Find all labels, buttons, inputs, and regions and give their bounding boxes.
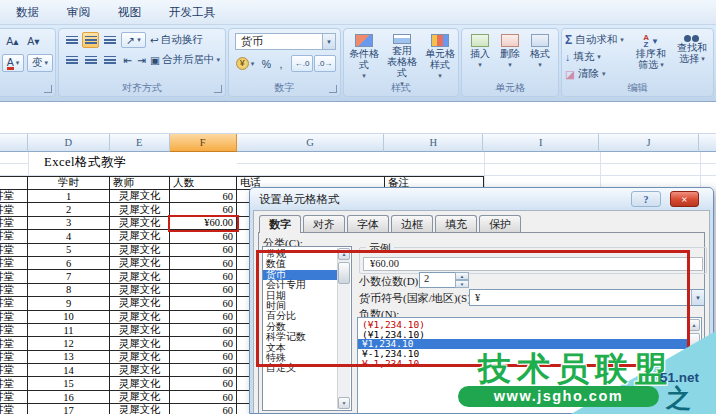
formula-bar[interactable] <box>0 102 716 134</box>
percent-style-button[interactable]: % <box>259 55 274 72</box>
teacher-cell[interactable]: 灵犀文化 <box>110 257 170 270</box>
teacher-cell[interactable]: 灵犀文化 <box>110 190 170 203</box>
teacher-cell[interactable]: 灵犀文化 <box>110 284 170 297</box>
hours-cell[interactable]: 16 <box>28 391 110 404</box>
ribbon-tab[interactable]: 开发工具 <box>163 3 221 22</box>
column-header[interactable]: E <box>110 134 170 152</box>
increase-decimal-button[interactable]: ←.0 <box>291 55 313 72</box>
header-cell[interactable]: 教师 <box>110 176 170 190</box>
hours-cell[interactable]: 7 <box>28 270 110 283</box>
merge-center-button[interactable]: ▣ 合并后居中 ▾ <box>149 52 225 68</box>
hall-cell[interactable]: 讲堂 <box>0 404 28 414</box>
teacher-cell[interactable]: 灵犀文化 <box>110 351 170 364</box>
ribbon-tab[interactable]: 数据 <box>10 3 45 22</box>
teacher-cell[interactable]: 灵犀文化 <box>110 391 170 404</box>
clear-button[interactable]: ◪ 清除 ▾ <box>565 67 605 81</box>
hours-cell[interactable]: 5 <box>28 244 110 257</box>
hours-cell[interactable]: 8 <box>28 284 110 297</box>
hall-cell[interactable]: 讲堂 <box>0 230 28 243</box>
dialog-tab[interactable]: 数字 <box>259 215 301 233</box>
dialog-tab[interactable]: 填充 <box>435 215 477 232</box>
hours-cell[interactable]: 17 <box>28 404 110 414</box>
header-cell[interactable]: 学时 <box>28 176 110 190</box>
accounting-format-button[interactable]: ¥ ▾ <box>233 55 257 72</box>
column-header[interactable]: H <box>384 134 483 152</box>
sheet-title-cell[interactable]: Excel格式教学 <box>44 154 127 171</box>
align-left-button[interactable] <box>63 52 80 68</box>
teacher-cell[interactable]: 灵犀文化 <box>110 217 170 230</box>
teacher-cell[interactable]: 灵犀文化 <box>110 297 170 310</box>
hours-cell[interactable]: 14 <box>28 364 110 377</box>
scroll-down-icon[interactable]: ▼ <box>338 397 350 409</box>
count-cell[interactable]: 60 <box>170 244 237 257</box>
column-header[interactable]: D <box>28 134 110 152</box>
teacher-cell[interactable]: 灵犀文化 <box>110 230 170 243</box>
hall-cell[interactable]: 讲堂 <box>0 351 28 364</box>
hours-cell[interactable]: 1 <box>28 190 110 203</box>
hours-cell[interactable]: 3 <box>28 217 110 230</box>
hall-cell[interactable]: 讲堂 <box>0 217 28 230</box>
count-cell[interactable]: 60 <box>170 404 237 414</box>
align-center-button[interactable] <box>82 52 99 68</box>
count-cell[interactable]: 60 <box>170 257 237 270</box>
hall-cell[interactable]: 讲堂 <box>0 284 28 297</box>
phonetic-guide-button[interactable]: 变 ▾ <box>27 54 53 72</box>
align-right-button[interactable] <box>101 52 118 68</box>
dialog-launcher-icon[interactable] <box>214 85 222 93</box>
count-cell[interactable]: 60 <box>170 337 237 350</box>
ribbon-tab[interactable]: 审阅 <box>61 3 96 22</box>
header-cell[interactable] <box>0 176 28 190</box>
count-cell[interactable]: 60 <box>170 324 237 337</box>
align-bottom-button[interactable] <box>101 32 118 48</box>
teacher-cell[interactable]: 灵犀文化 <box>110 270 170 283</box>
number-format-combobox[interactable]: 货币 ▼ <box>235 33 336 50</box>
dialog-tab[interactable]: 边框 <box>391 215 433 232</box>
comma-style-button[interactable]: , <box>275 55 287 72</box>
dialog-launcher-icon[interactable] <box>44 85 52 93</box>
count-cell[interactable]: 60 <box>170 270 237 283</box>
decrease-indent-button[interactable]: ⇤ <box>121 52 135 68</box>
hall-cell[interactable]: 讲堂 <box>0 190 28 203</box>
column-header[interactable]: G <box>237 134 385 152</box>
increase-indent-button[interactable]: ⇥ <box>135 52 149 68</box>
teacher-cell[interactable]: 灵犀文化 <box>110 244 170 257</box>
dialog-tab[interactable]: 字体 <box>347 215 389 232</box>
dialog-launcher-icon[interactable] <box>329 85 337 93</box>
teacher-cell[interactable]: 灵犀文化 <box>110 364 170 377</box>
column-header[interactable]: J <box>599 134 699 152</box>
hall-cell[interactable]: 讲堂 <box>0 364 28 377</box>
count-cell[interactable]: 60 <box>170 391 237 404</box>
column-header[interactable] <box>699 134 716 152</box>
fill-button[interactable]: ↓ 填充 ▾ <box>565 50 601 64</box>
hours-cell[interactable]: 15 <box>28 377 110 390</box>
hours-cell[interactable]: 2 <box>28 203 110 216</box>
hours-cell[interactable]: 4 <box>28 230 110 243</box>
count-cell[interactable]: 60 <box>170 190 237 203</box>
hall-cell[interactable]: 讲堂 <box>0 391 28 404</box>
teacher-cell[interactable]: 灵犀文化 <box>110 404 170 414</box>
hall-cell[interactable]: 讲堂 <box>0 244 28 257</box>
dialog-tab[interactable]: 保护 <box>479 215 521 232</box>
count-cell[interactable]: 60 <box>170 284 237 297</box>
hall-cell[interactable]: 讲堂 <box>0 297 28 310</box>
hall-cell[interactable]: 讲堂 <box>0 324 28 337</box>
shrink-font-button[interactable]: A▾ <box>24 32 43 49</box>
help-button[interactable]: ? <box>631 191 661 207</box>
hours-cell[interactable]: 6 <box>28 257 110 270</box>
column-header[interactable]: I <box>483 134 599 152</box>
hall-cell[interactable]: 讲堂 <box>0 377 28 390</box>
count-cell[interactable]: 60 <box>170 311 237 324</box>
teacher-cell[interactable]: 灵犀文化 <box>110 337 170 350</box>
autosum-button[interactable]: Σ 自动求和 ▾ <box>565 33 624 47</box>
teacher-cell[interactable]: 灵犀文化 <box>110 311 170 324</box>
ribbon-tab[interactable]: 视图 <box>112 3 147 22</box>
count-cell[interactable]: 60 <box>170 230 237 243</box>
column-header[interactable]: F <box>170 134 237 152</box>
hall-cell[interactable]: 讲堂 <box>0 311 28 324</box>
hall-cell[interactable]: 讲堂 <box>0 203 28 216</box>
hall-cell[interactable]: 讲堂 <box>0 270 28 283</box>
hours-cell[interactable]: 10 <box>28 311 110 324</box>
close-button[interactable]: × <box>670 191 699 207</box>
column-header[interactable] <box>0 134 28 152</box>
hours-cell[interactable]: 13 <box>28 351 110 364</box>
